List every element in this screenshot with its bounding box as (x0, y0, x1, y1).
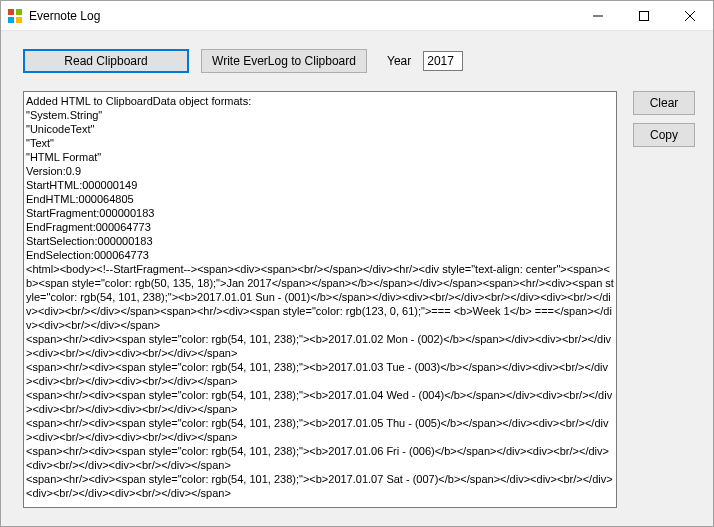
window-controls (575, 1, 713, 30)
app-window: Evernote Log Read Clipboard Write EverLo… (0, 0, 714, 527)
client-area: Read Clipboard Write EverLog to Clipboar… (1, 31, 713, 526)
main-row: Clear Copy (23, 91, 695, 508)
minimize-button[interactable] (575, 1, 621, 30)
maximize-button[interactable] (621, 1, 667, 30)
write-everlog-button[interactable]: Write EverLog to Clipboard (201, 49, 367, 73)
svg-rect-3 (16, 17, 22, 23)
copy-button[interactable]: Copy (633, 123, 695, 147)
toolbar: Read Clipboard Write EverLog to Clipboar… (23, 49, 695, 73)
window-title: Evernote Log (29, 9, 100, 23)
log-textarea-wrap (23, 91, 617, 508)
svg-rect-2 (8, 17, 14, 23)
titlebar[interactable]: Evernote Log (1, 1, 713, 31)
read-clipboard-button[interactable]: Read Clipboard (23, 49, 189, 73)
log-textarea[interactable] (24, 92, 616, 507)
svg-rect-1 (16, 9, 22, 15)
year-input[interactable] (423, 51, 463, 71)
year-label: Year (387, 54, 411, 68)
side-buttons: Clear Copy (633, 91, 695, 508)
close-button[interactable] (667, 1, 713, 30)
clear-button[interactable]: Clear (633, 91, 695, 115)
svg-rect-5 (640, 11, 649, 20)
svg-rect-0 (8, 9, 14, 15)
app-icon (7, 8, 23, 24)
